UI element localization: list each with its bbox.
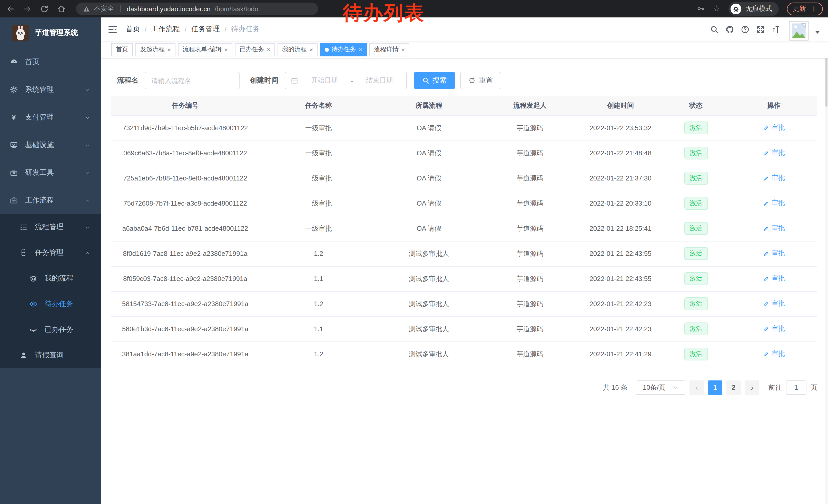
browser-reload-icon[interactable] (40, 4, 49, 13)
sidebar-item-done-task[interactable]: 已办任务 (0, 317, 101, 342)
close-icon[interactable]: × (401, 46, 405, 53)
tab-start-process[interactable]: 发起流程× (135, 43, 175, 56)
sidebar-item-my-process[interactable]: 我的流程 (0, 266, 101, 291)
browser-forward-icon[interactable] (23, 4, 32, 13)
approve-label: 审批 (772, 299, 785, 308)
sidebar-item-process-mgmt[interactable]: 流程管理 (0, 214, 101, 240)
kebab-menu-icon[interactable] (811, 5, 817, 12)
process-name-input[interactable] (145, 72, 240, 89)
sidebar-item-payment[interactable]: ¥支付管理 (0, 103, 101, 131)
page-button-1[interactable]: 1 (708, 380, 722, 395)
cell-task-name: 一级审批 (259, 191, 378, 216)
cell-action: 审批 (731, 191, 817, 216)
search-button-label: 搜索 (432, 76, 447, 85)
sidebar-item-system[interactable]: 系统管理 (0, 76, 101, 103)
approve-link[interactable]: 审批 (763, 174, 785, 183)
edit-pen-icon (763, 200, 770, 207)
sidebar-item-label: 研发工具 (25, 168, 54, 177)
approve-link[interactable]: 审批 (763, 199, 785, 208)
table-row: 8f059c03-7ac8-11ec-a9e2-a2380e71991a1.1测… (111, 266, 817, 291)
status-badge: 激活 (684, 222, 708, 235)
cell-task-name: 一级审批 (259, 140, 378, 166)
security-label[interactable]: 不安全 (94, 4, 114, 13)
sidebar-collapse-icon[interactable] (108, 25, 118, 34)
update-label[interactable]: 更新 (793, 4, 806, 13)
close-icon[interactable]: × (224, 46, 228, 53)
prev-page-button[interactable]: ‹ (690, 380, 704, 395)
app-logo-row[interactable]: 芋道管理系统 (0, 17, 101, 48)
approve-link[interactable]: 审批 (763, 299, 785, 308)
search-icon[interactable] (710, 25, 719, 34)
date-range-picker[interactable]: 开始日期 - 结束日期 (285, 72, 407, 89)
page-size-value: 10条/页 (643, 383, 665, 392)
bookmark-star-icon[interactable]: ☆ (713, 5, 720, 13)
chevron-down-icon (84, 170, 91, 176)
tab-form-edit[interactable]: 流程表单-编辑× (178, 43, 233, 56)
goto-label: 前往 (769, 383, 782, 392)
sidebar-item-infrastructure[interactable]: 基础设施 (0, 131, 101, 159)
cell-task-id: 8f059c03-7ac8-11ec-a9e2-a2380e71991a (111, 266, 259, 291)
dashboard-icon (10, 58, 18, 66)
status-badge: 激活 (684, 322, 708, 335)
create-time-label: 创建时间 (250, 76, 279, 85)
sidebar-item-home[interactable]: 首页 (0, 48, 101, 76)
incognito-badge: 无痕模式 (729, 2, 779, 16)
end-date-placeholder[interactable]: 结束日期 (358, 76, 401, 85)
next-page-button[interactable]: › (745, 380, 759, 395)
close-icon[interactable]: × (167, 46, 171, 53)
approve-link[interactable]: 审批 (763, 324, 785, 333)
font-size-icon[interactable] (772, 25, 780, 34)
sidebar-item-todo-task[interactable]: 待办任务 (0, 291, 101, 317)
page-button-2[interactable]: 2 (727, 380, 741, 395)
edit-pen-icon (763, 250, 770, 257)
browser-home-icon[interactable] (57, 4, 66, 13)
cell-status: 激活 (661, 191, 731, 216)
sidebar-item-leave-query[interactable]: 请假查询 (0, 342, 101, 368)
close-icon[interactable]: × (359, 46, 362, 53)
github-icon[interactable] (726, 25, 734, 34)
sidebar-item-dev-tools[interactable]: 研发工具 (0, 159, 101, 187)
cell-starter: 芋道源码 (480, 291, 580, 316)
tab-todo-task[interactable]: 待办任务× (320, 43, 367, 56)
url-path[interactable]: /bpm/task/todo (215, 5, 258, 12)
breadcrumb-item[interactable]: 首页 (126, 25, 140, 34)
address-bar[interactable]: 不安全 dashboard.yudao.iocoder.cn/bpm/task/… (76, 3, 318, 15)
tab-my-process[interactable]: 我的流程× (278, 43, 318, 56)
edit-pen-icon (763, 326, 770, 332)
page-scrollbar[interactable] (825, 17, 828, 504)
breadcrumb-item[interactable]: 任务管理 (191, 25, 220, 34)
sidebar-item-workflow[interactable]: 工作流程 (0, 187, 101, 214)
browser-back-icon[interactable] (6, 4, 15, 13)
start-date-placeholder[interactable]: 开始日期 (303, 76, 346, 85)
approve-link[interactable]: 审批 (763, 224, 785, 233)
table-row: 725a1eb6-7b88-11ec-8ef0-acde48001122一级审批… (111, 166, 817, 191)
sidebar-item-task-mgmt[interactable]: 任务管理 (0, 240, 101, 266)
column-header: 任务名称 (259, 96, 378, 116)
breadcrumb-item[interactable]: 工作流程 (151, 25, 180, 34)
approve-link[interactable]: 审批 (763, 123, 785, 133)
goto-page-input[interactable] (786, 380, 806, 395)
search-button[interactable]: 搜索 (414, 72, 455, 89)
approve-link[interactable]: 审批 (763, 350, 785, 359)
url-host[interactable]: dashboard.yudao.iocoder.cn (127, 5, 211, 12)
close-icon[interactable]: × (309, 46, 313, 53)
caret-down-icon[interactable] (815, 30, 820, 34)
close-icon[interactable]: × (267, 46, 271, 53)
tab-process-detail[interactable]: 流程详情× (369, 43, 409, 56)
approve-link[interactable]: 审批 (763, 274, 785, 283)
insecure-warning-icon[interactable] (83, 5, 90, 12)
cell-created: 2022-01-21 22:42:23 (580, 316, 661, 341)
reset-button[interactable]: 重置 (460, 72, 501, 89)
tab-done-task[interactable]: 已办任务× (235, 43, 275, 56)
avatar[interactable] (789, 21, 809, 41)
page-size-select[interactable]: 10条/页 (636, 380, 686, 395)
browser-update-button[interactable]: 更新 (787, 2, 823, 15)
help-icon[interactable] (741, 25, 749, 34)
tab-home[interactable]: 首页 (111, 43, 133, 56)
cell-task-id: 069c6a63-7b8a-11ec-8ef0-acde48001122 (111, 140, 259, 166)
cell-process: OA 请假 (378, 140, 480, 166)
approve-link[interactable]: 审批 (763, 249, 785, 258)
approve-link[interactable]: 审批 (763, 148, 785, 158)
fullscreen-icon[interactable] (756, 25, 765, 34)
password-key-icon[interactable] (696, 5, 705, 13)
